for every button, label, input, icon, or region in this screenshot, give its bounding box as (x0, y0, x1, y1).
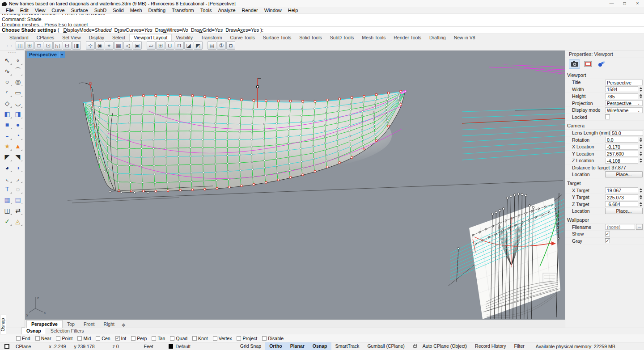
z-location-field[interactable]: -4.108 (605, 158, 638, 164)
viewport-canvas[interactable]: zxy (25, 51, 565, 319)
osnap-quad-checkbox[interactable] (170, 336, 174, 341)
close-button[interactable]: × (631, 0, 644, 7)
sphere-icon[interactable]: ● (13, 119, 23, 130)
osnap-cen-checkbox[interactable] (96, 336, 100, 341)
prompt-option[interactable]: DrawWires=No (155, 27, 188, 33)
command-history[interactable]: Creating network surface... Press Esc to… (0, 14, 644, 27)
ribbon-tab-visibility[interactable]: Visibility (172, 34, 197, 41)
ribbon-tab-set-view[interactable]: Set View (58, 34, 85, 41)
x-location-spinner[interactable] (639, 143, 643, 150)
transform-icon[interactable]: ⇄ (13, 205, 23, 216)
osnap-tan-checkbox[interactable] (152, 336, 156, 341)
status-toggle-grid-snap[interactable]: Grid Snap (236, 342, 265, 350)
menu-render[interactable]: Render (239, 7, 261, 13)
grid-settings-icon[interactable]: ▦ (114, 41, 123, 50)
osnap-near-checkbox[interactable] (35, 336, 40, 341)
prompt-option[interactable]: DrawAxes=Yes (225, 27, 259, 33)
projection-dropdown[interactable]: Perspective⌄ (605, 100, 643, 106)
ribbon-tab-curve-tools[interactable]: Curve Tools (226, 34, 259, 41)
osnap-end-checkbox[interactable] (16, 336, 21, 341)
ribbon-tab-cplanes[interactable]: CPlanes (33, 34, 59, 41)
named-viewports-icon[interactable]: ◩ (194, 41, 203, 50)
x-target-spinner[interactable] (639, 187, 643, 194)
y-target-spinner[interactable] (639, 194, 643, 200)
height-field[interactable]: 785 (605, 93, 638, 99)
location-button[interactable]: Place... (605, 208, 643, 214)
menu-subd[interactable]: SubD (91, 7, 110, 13)
osnap-disable[interactable]: Disable (262, 336, 284, 341)
viewport-split-vertical-icon[interactable]: ◨ (72, 41, 81, 50)
osnap-cen[interactable]: Cen (96, 336, 110, 341)
toolbar-grip[interactable]: •••• (0, 51, 25, 55)
menu-help[interactable]: Help (285, 7, 301, 13)
point-edit-icon[interactable]: ◌ (13, 184, 23, 194)
status-toggle-filter[interactable]: Filter (510, 342, 528, 350)
viewport-tab-top[interactable]: Top (63, 320, 79, 328)
prompt-option[interactable]: DrawCurves=Yes (114, 27, 152, 33)
ellipse-icon[interactable]: ◎ (13, 76, 23, 87)
viewport-split-three-icon[interactable]: ◱ (53, 41, 62, 50)
text-icon[interactable]: T (2, 184, 13, 194)
osnap-side-tab[interactable]: Osnap (0, 315, 6, 334)
osnap-tab-selection-filters[interactable]: Selection Filters (46, 328, 89, 334)
lamp-icon[interactable]: ◬ (13, 216, 23, 227)
fillet-curve-icon[interactable]: ◟ (2, 173, 13, 184)
y-location-field[interactable]: 257.600 (605, 151, 638, 156)
osnap-project-checkbox[interactable] (237, 336, 241, 341)
status-toggle-smarttrack[interactable]: SmartTrack (331, 342, 364, 350)
boolean-union-icon[interactable]: ◕ (2, 162, 13, 173)
toolbar-grip[interactable]: ⋮⋮ (5, 43, 13, 47)
ribbon-tab-transform[interactable]: Transform (197, 34, 226, 41)
status-toggle-record-history[interactable]: Record History (471, 342, 510, 350)
lock-view-icon[interactable]: ◘ (226, 41, 235, 50)
control-point-curve-icon[interactable]: ∿ (2, 66, 13, 76)
array-icon[interactable]: ▤ (13, 194, 23, 205)
spotlight-icon[interactable]: ◁ (123, 41, 132, 50)
viewport-menu-chevron-icon[interactable]: ▼ (59, 51, 65, 58)
viewport-properties-icon[interactable] (582, 59, 593, 69)
analyze-check-icon[interactable]: ✓ (2, 216, 13, 227)
osnap-tab-osnap[interactable]: Osnap (21, 327, 46, 334)
osnap-point-checkbox[interactable] (56, 336, 60, 341)
block-icon[interactable]: ▦ (2, 194, 13, 205)
menu-file[interactable]: File (3, 7, 17, 13)
curve-blend-icon[interactable]: ◡ (13, 98, 23, 109)
viewport-layout-options-icon[interactable]: ⊞ (156, 41, 165, 50)
ribbon-tab-new-in-v8[interactable]: New in V8 (450, 34, 479, 41)
box-icon[interactable]: ■ (2, 119, 13, 130)
osnap-mid[interactable]: Mid (77, 336, 91, 341)
y-target-field[interactable]: 225.073 (605, 194, 638, 200)
mirror-icon[interactable]: ◫ (2, 205, 13, 216)
menu-solid[interactable]: Solid (110, 7, 127, 13)
ribbon-tab-drafting[interactable]: Drafting (425, 34, 450, 41)
osnap-near[interactable]: Near (35, 336, 51, 341)
filename-field[interactable]: (none) (605, 224, 635, 230)
filename-browse-button[interactable]: ... (636, 224, 643, 230)
viewport-single-icon[interactable]: □ (34, 41, 43, 50)
height-spinner[interactable] (639, 93, 643, 99)
display-options-icon[interactable]: ▣ (133, 41, 142, 50)
units-button[interactable]: Feet (143, 344, 154, 349)
osnap-perp-checkbox[interactable] (131, 336, 136, 341)
perspective-viewport[interactable]: Perspective ▼ zxy PerspectiveTopFrontRig… (25, 51, 565, 328)
prompt-option[interactable]: DrawGrid=Yes (191, 27, 223, 33)
menu-view[interactable]: View (32, 7, 49, 13)
cplane-button[interactable]: CPlane (15, 344, 32, 349)
curve-through-points-icon[interactable]: ⌒ (13, 66, 23, 76)
camera-icon[interactable] (569, 59, 580, 69)
z-location-spinner[interactable] (639, 157, 643, 164)
point-icon[interactable]: ∘ (13, 55, 23, 66)
wallpaper-icon[interactable]: ⊓ (175, 41, 184, 50)
status-toggle-osnap[interactable]: Osnap (309, 342, 331, 350)
ribbon-tab-render-tools[interactable]: Render Tools (390, 34, 425, 41)
ribbon-tab-display[interactable]: Display (85, 34, 108, 41)
explode-icon[interactable]: ▲ (13, 141, 23, 152)
synchronize-views-icon[interactable]: ⊹ (86, 41, 95, 50)
osnap-vertex[interactable]: Vertex (213, 336, 232, 341)
viewport-split-horizontal-icon[interactable]: ⊟ (63, 41, 72, 50)
boolean-star-icon[interactable]: ★ (2, 141, 13, 152)
surface-from-curves-icon[interactable]: ◨ (13, 109, 23, 119)
menu-drafting[interactable]: Drafting (145, 7, 169, 13)
z-target-field[interactable]: -6.684 (605, 201, 638, 207)
osnap-point[interactable]: Point (56, 336, 72, 341)
